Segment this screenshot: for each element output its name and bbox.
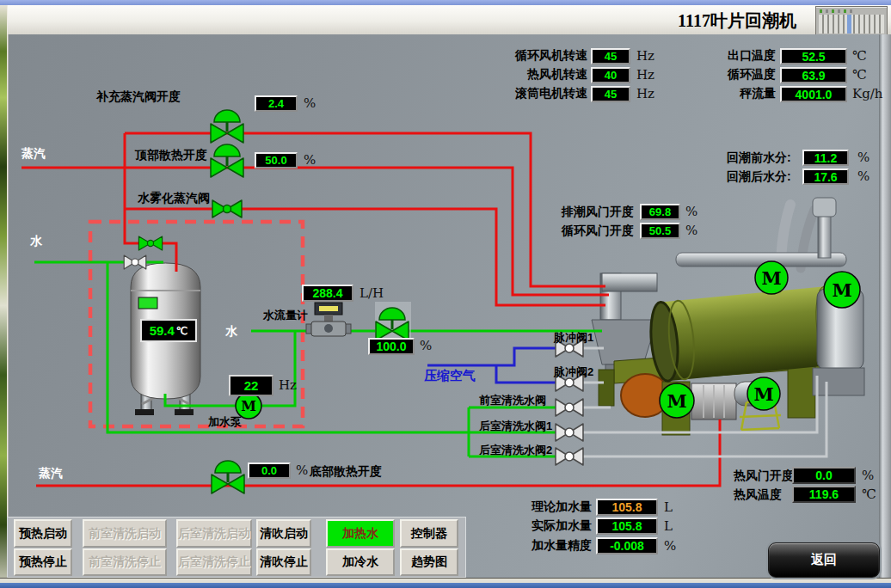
bottom-steam-supply-label: 蒸汽 bbox=[39, 466, 63, 481]
water-valve-value: 100.0 bbox=[368, 338, 415, 355]
purge-stop-button[interactable]: 清吹停止 bbox=[256, 548, 311, 576]
drum-motor-icon-4[interactable]: M bbox=[747, 377, 780, 410]
rear-wash-valve2-icon[interactable] bbox=[556, 448, 583, 465]
scale-flow-label: 秤流量 bbox=[679, 86, 776, 101]
trend-chart-button[interactable]: 趋势图 bbox=[400, 548, 458, 576]
bottom-heat-valve-icon[interactable] bbox=[212, 461, 244, 493]
makeup-steam-label: 补充蒸汽阀开度 bbox=[96, 89, 181, 105]
tank-steam-valve-icon[interactable] bbox=[138, 236, 162, 250]
svg-text:M: M bbox=[667, 390, 686, 412]
moisture-before-unit: % bbox=[857, 150, 869, 165]
water-valve-unit: % bbox=[420, 338, 432, 353]
tank-foot-left bbox=[135, 409, 154, 415]
svg-text:M: M bbox=[761, 267, 781, 289]
theoretical-water-unit: L bbox=[664, 499, 673, 515]
flow-unit: L/H bbox=[359, 285, 384, 301]
pulse-valve1-label: 脉冲阀1 bbox=[554, 330, 593, 346]
top-heat-value: 50.0 bbox=[255, 152, 298, 168]
end-housing-base bbox=[813, 368, 864, 395]
exhaust-damper-value: 69.8 bbox=[640, 204, 680, 220]
tank-foot-right bbox=[175, 409, 194, 415]
drum-motor-icon-3[interactable]: M bbox=[660, 383, 694, 418]
rear-wash-start-button[interactable]: 后室清洗启动 bbox=[176, 519, 252, 548]
exhaust-damper-unit: % bbox=[685, 204, 697, 219]
top-heat-valve-icon[interactable] bbox=[211, 144, 243, 177]
front-wash-label: 前室清洗水阀 bbox=[479, 393, 546, 408]
top-heat-label: 顶部散热开度 bbox=[135, 148, 207, 163]
actual-water-label: 实际加水量 bbox=[532, 518, 592, 534]
bottom-heat-label: 底部散热开度 bbox=[310, 464, 382, 480]
hot-air-damper-label: 热风门开度 bbox=[734, 469, 794, 484]
svg-text:M: M bbox=[832, 279, 851, 301]
outlet-temp-unit: ℃ bbox=[852, 48, 867, 64]
tank-water-valve-icon[interactable] bbox=[124, 255, 146, 269]
front-wash-valve-icon[interactable] bbox=[556, 399, 583, 416]
drum-motor-icon-2[interactable]: M bbox=[824, 272, 860, 308]
front-wash-start-button[interactable]: 前室清洗启动 bbox=[83, 519, 167, 548]
hot-air-damper-unit: % bbox=[862, 468, 874, 483]
moisture-before-value: 11.2 bbox=[802, 150, 849, 166]
pulse-valve2-label: 脉冲阀2 bbox=[554, 364, 593, 380]
actual-water-value: 105.8 bbox=[596, 518, 658, 535]
drum-motor-icon-1[interactable]: M bbox=[755, 261, 788, 294]
fan-speed-label-2: 热风机转速 bbox=[480, 67, 587, 83]
purge-start-button[interactable]: 清吹启动 bbox=[256, 519, 311, 548]
compressed-air-label: 压缩空气 bbox=[424, 368, 476, 384]
outlet-temp-label: 出口温度 bbox=[679, 48, 776, 64]
moisture-after-value: 17.6 bbox=[802, 168, 849, 185]
top-heat-unit: % bbox=[304, 152, 316, 168]
vent-fitting bbox=[818, 215, 831, 258]
fan-speed-value-2: 40 bbox=[591, 67, 630, 83]
preheat-stop-button[interactable]: 预热停止 bbox=[14, 548, 72, 576]
fan-speed-value-3: 45 bbox=[591, 86, 630, 102]
makeup-steam-valve-icon[interactable] bbox=[211, 110, 243, 143]
actual-water-unit: L bbox=[664, 518, 673, 534]
hot-water-button[interactable]: 加热水 bbox=[326, 519, 395, 548]
fan-speed-label-1: 循环风机转速 bbox=[480, 48, 587, 64]
atomize-valve-label: 水雾化蒸汽阀 bbox=[138, 191, 210, 206]
bottom-heat-unit: % bbox=[296, 462, 308, 478]
moisture-after-label: 回潮后水分: bbox=[727, 169, 791, 185]
water-mid-label: 水 bbox=[225, 324, 237, 340]
pump-freq-unit: Hz bbox=[279, 377, 297, 393]
hot-air-temp-label: 热风温度 bbox=[734, 487, 782, 503]
makeup-steam-value: 2.4 bbox=[255, 95, 298, 112]
flow-meter-label: 水流量计 bbox=[263, 308, 308, 323]
hot-air-damper-value: 0.0 bbox=[792, 467, 856, 484]
vent-cap bbox=[813, 198, 836, 217]
front-wash-stop-button[interactable]: 前室清洗停止 bbox=[83, 548, 167, 576]
fan-speed-unit-2: Hz bbox=[636, 67, 654, 83]
pump-freq-value: 22 bbox=[229, 375, 273, 396]
back-button[interactable]: 返回 bbox=[768, 542, 880, 578]
tank-temp-unit: ℃ bbox=[176, 325, 187, 337]
scale-flow-unit: Kg/h bbox=[852, 86, 883, 101]
makeup-steam-unit: % bbox=[304, 95, 316, 111]
controller-button[interactable]: 控制器 bbox=[400, 519, 458, 548]
tank-level-indicator bbox=[138, 297, 157, 309]
machine-leg-back bbox=[599, 370, 614, 406]
water-accuracy-value: -0.008 bbox=[596, 537, 658, 554]
svg-text:M: M bbox=[753, 383, 773, 405]
circ-temp-label: 循环温度 bbox=[679, 67, 776, 83]
preheat-start-button[interactable]: 预热启动 bbox=[14, 519, 72, 548]
circ-damper-unit: % bbox=[685, 223, 697, 238]
inlet-hopper bbox=[592, 320, 657, 364]
rear-wash-stop-button[interactable]: 后室清洗停止 bbox=[176, 548, 252, 576]
scale-flow-value: 4001.0 bbox=[780, 86, 847, 102]
circ-temp-unit: ℃ bbox=[852, 67, 867, 83]
bottom-heat-value: 0.0 bbox=[248, 462, 291, 479]
moisture-after-unit: % bbox=[857, 168, 869, 184]
flow-meter-icon bbox=[306, 303, 351, 336]
flow-value: 288.4 bbox=[302, 285, 353, 302]
hmi-screen: 1117叶片回潮机 bbox=[0, 0, 891, 588]
atomize-steam-valve-icon[interactable] bbox=[212, 200, 242, 217]
rear-wash1-label: 后室清洗水阀1 bbox=[479, 419, 552, 434]
cold-water-button[interactable]: 加冷水 bbox=[326, 548, 395, 576]
fan-speed-unit-1: Hz bbox=[636, 48, 654, 64]
tank-temp-display: 59.4 ℃ bbox=[140, 319, 197, 342]
outlet-temp-value: 52.5 bbox=[780, 48, 847, 64]
water-source-label: 水 bbox=[30, 234, 42, 249]
steam-supply-label: 蒸汽 bbox=[22, 146, 46, 162]
pump-label: 加水泵 bbox=[208, 414, 242, 430]
rear-wash-valve1-icon[interactable] bbox=[556, 424, 583, 441]
